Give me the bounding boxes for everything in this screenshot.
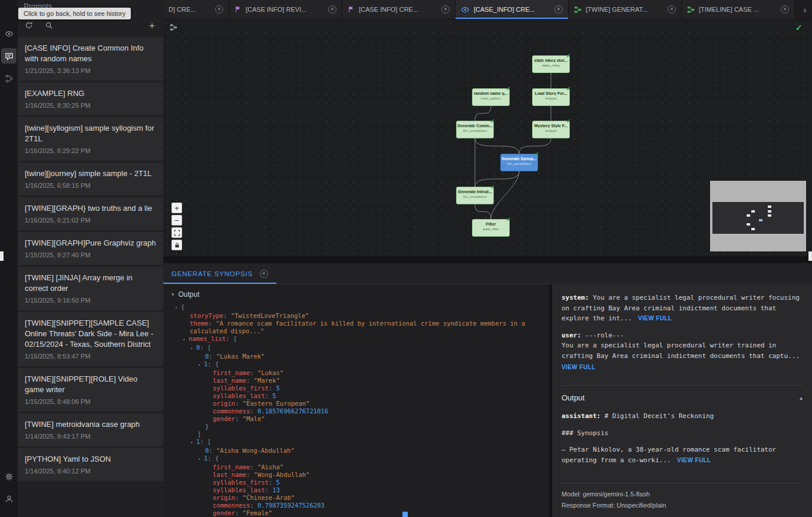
prompt-timestamp: 1/15/2025, 9:16:50 PM [25, 297, 156, 304]
output-section-header[interactable]: ▾ Output [163, 284, 549, 302]
graph-node[interactable]: Mystery Style F...snippet✓ [532, 121, 570, 138]
close-icon[interactable]: × [781, 5, 789, 14]
eye-icon[interactable] [1, 26, 16, 41]
prompt-list-item[interactable]: [TWINE][SNIPPET][SAMPLE CASE] Online Thr… [18, 312, 163, 366]
node-title: state mkey stor... [533, 58, 569, 62]
json-tree: ▾{storyType: "TwistedLoveTriangle"theme:… [163, 302, 549, 517]
node-subtitle: state_filter [473, 227, 509, 231]
editor-tab[interactable]: D] CRE...× [163, 0, 229, 19]
refresh-icon[interactable] [24, 20, 34, 31]
tab-label: [TWINE] GENERAT... [586, 6, 664, 13]
json-line: theme: "A romance scam facilitator is ki… [163, 320, 549, 335]
collapse-chevron-icon[interactable]: ▾ [183, 336, 189, 344]
resize-handle[interactable] [402, 512, 408, 517]
minimap-node-dot [768, 206, 771, 208]
minimap[interactable] [710, 181, 806, 251]
fit-view-button[interactable] [171, 227, 182, 238]
assistant-message-heading: assistant: # Digital Deceit's Reckoning [562, 411, 803, 422]
graph-node[interactable]: Load Story For...snippet✓ [532, 88, 570, 106]
prompt-list-item[interactable]: [twine][syllogism] sample syllogism for … [18, 117, 163, 161]
graph-node[interactable]: Filterstate_filter✓ [472, 219, 510, 237]
user-message: user: ---role--- You are a specialist le… [562, 330, 803, 373]
prompts-icon[interactable] [1, 48, 16, 64]
right-output-header[interactable]: Output ▴ [562, 393, 803, 403]
tab-generate-synopsis[interactable]: GENERATE SYNOPSIS × [163, 263, 276, 284]
panel-splitter[interactable] [163, 256, 812, 263]
prompt-list-item[interactable]: [EXAMPLE] RNG1/16/2025, 8:30:25 PM [18, 82, 163, 115]
check-icon: ✓ [566, 52, 571, 59]
collapse-chevron-icon[interactable]: ▾ [198, 456, 204, 463]
splitter-handle-left[interactable] [0, 251, 4, 261]
node-title: Generate Synop... [501, 157, 537, 161]
minimap-node-dot [747, 214, 750, 217]
close-icon[interactable]: × [215, 5, 223, 14]
flow-icon [687, 6, 695, 14]
run-metadata-footer: Model: gemini/gemini-1.5-flash Response … [562, 483, 803, 511]
editor-tab[interactable]: [CASE INFO] REVI...× [229, 0, 342, 19]
prompt-timestamp: 1/15/2025, 9:27:40 PM [25, 251, 156, 258]
close-icon[interactable]: × [554, 5, 563, 14]
zoom-in-button[interactable]: + [171, 203, 182, 213]
zoom-controls: + − [171, 203, 182, 252]
lock-button[interactable] [171, 240, 182, 250]
json-line: syllables_first: 5 [163, 479, 549, 486]
tab-scroll-right-icon[interactable]: › [798, 0, 812, 19]
chevron-down-icon[interactable]: ▾ [171, 291, 174, 297]
prompt-title: [TWINE][SNIPPET][SAMPLE CASE] Online Thr… [25, 318, 156, 350]
prompt-list-item[interactable]: [CASE INFO] Create Common Info with rand… [18, 37, 163, 81]
editor-tab[interactable]: [CASE_INFO] CRE...× [455, 0, 569, 19]
view-full-link[interactable]: VIEW FULL [677, 457, 711, 463]
close-icon[interactable]: × [441, 5, 450, 14]
prompt-list-item[interactable]: [TWINE][GRAPH} two truths and a lie1/16/… [18, 197, 163, 230]
check-icon: ✓ [506, 85, 511, 92]
gear-icon[interactable] [1, 469, 16, 484]
prompt-list-item[interactable]: [TWINE] metroidvania case graph1/14/2025… [18, 413, 163, 446]
collapse-chevron-icon[interactable]: ▾ [198, 362, 204, 369]
json-line: ▾0: [ [163, 344, 549, 353]
close-icon[interactable]: × [668, 5, 676, 14]
tab-label: D] CRE... [169, 6, 211, 13]
collapse-chevron-icon[interactable]: ▾ [190, 439, 196, 447]
workflows-icon[interactable] [1, 71, 16, 86]
add-prompt-button[interactable]: + [147, 20, 157, 31]
user-icon[interactable] [1, 491, 16, 506]
prompt-list-item[interactable]: [TWINE] [JINJA] Array merge in correct o… [18, 267, 163, 310]
minimap-node-dot [751, 210, 755, 213]
prompt-list-item[interactable]: [TWINE][SNIPPET][ROLE] Video game writer… [18, 368, 163, 412]
prompt-list-item[interactable]: [PYTHON] Yaml to JSON1/14/2025, 9:40:12 … [18, 448, 163, 481]
graph-node[interactable]: state mkey stor...state_mkey✓ [532, 55, 570, 73]
graph-node[interactable]: random name g...exec_python✓ [472, 88, 510, 106]
graph-mode-icon[interactable] [170, 24, 177, 31]
search-icon[interactable] [44, 20, 54, 31]
graph-node[interactable]: Generate Comm...llm_completion✓ [456, 121, 494, 138]
editor-tab[interactable]: [TWINE] GENERAT...× [569, 0, 682, 19]
eye-icon [461, 5, 470, 14]
graph-node[interactable]: Generate Synop...llm_completion✓ [500, 154, 538, 171]
sidebar-toolbar: + [24, 18, 157, 33]
json-line: gender: "Female" [163, 509, 549, 517]
json-line: last_name: "Wong-Abdullah" [163, 471, 549, 479]
node-subtitle: llm_completion [501, 162, 537, 165]
collapse-chevron-icon[interactable]: ▾ [175, 304, 181, 312]
minimap-node-dot [768, 210, 771, 213]
chevron-up-icon[interactable]: ▴ [800, 393, 803, 403]
editor-tab[interactable]: [TIMELINE] CASE ...× [682, 0, 795, 19]
splitter-handle-right[interactable] [808, 251, 812, 261]
node-canvas[interactable]: ✓ + − state mkey stor...state_mkey✓rando… [163, 19, 812, 256]
prompt-list-item[interactable]: [TWINE][GRAPH]Pure Graphviz graph1/15/20… [18, 232, 163, 265]
graph-node[interactable]: Generate Introd...llm_completion✓ [456, 187, 494, 204]
prompt-list-item[interactable]: [twine][journey] simple sample - 2T1L1/1… [18, 163, 163, 195]
bottom-panel: GENERATE SYNOPSIS × ▾ Output ▾{storyType… [163, 263, 812, 517]
json-line: first_name: "Aisha" [163, 463, 549, 471]
zoom-out-button[interactable]: − [171, 215, 182, 226]
view-full-link[interactable]: VIEW FULL [562, 362, 595, 373]
collapse-chevron-icon[interactable]: ▾ [190, 345, 196, 353]
close-icon[interactable]: × [260, 270, 268, 278]
close-icon[interactable]: × [328, 5, 336, 14]
editor-tab[interactable]: [CASE INFO] CRE...× [342, 0, 455, 19]
view-full-link[interactable]: VIEW FULL [638, 315, 672, 322]
tab-bar: D] CRE...×[CASE INFO] REVI...×[CASE INFO… [163, 0, 798, 19]
user-message-prefix: ---role--- [585, 332, 624, 339]
spacer [562, 472, 803, 483]
json-line: ▾1: { [163, 455, 549, 463]
